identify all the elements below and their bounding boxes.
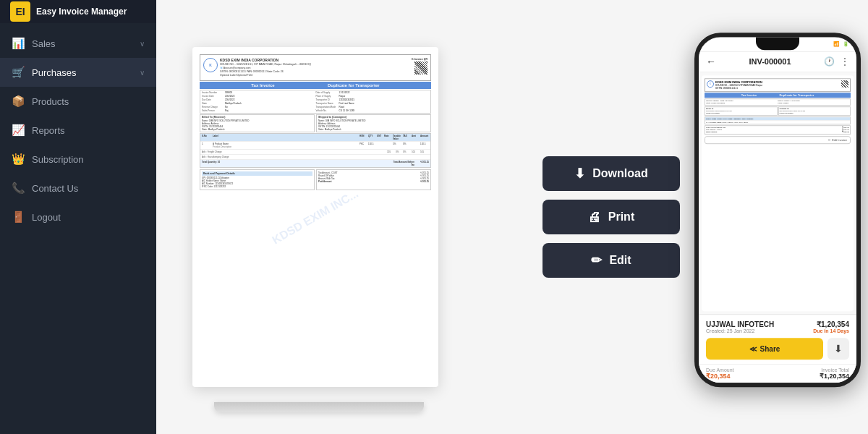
- invoice-watermark: KDSD EXIM INC...: [270, 187, 360, 247]
- laptop-base: [214, 402, 424, 412]
- edit-invoice-button[interactable]: ✏ Edit Invoice: [705, 136, 851, 144]
- download-icon: ⬇: [574, 166, 585, 182]
- phone-invoice-number: INV-000001: [749, 57, 791, 66]
- phone-client-section: UJJWAL INFOTECH ₹1,20,354 Created: 25 Ja…: [699, 314, 856, 364]
- main-content: KDSD EXIM INC... K KDSD EXIM INDIA CORPO…: [156, 0, 868, 434]
- invoice-footer: Bank and Payment Details UPI: 0000001111…: [200, 169, 431, 190]
- sidebar-item-products[interactable]: 📦 Products: [0, 87, 156, 116]
- phone-invoice-preview: K KDSD EXIM INDIA CORPORATION HOUSE NO. …: [702, 75, 854, 311]
- sidebar-item-label: Sales: [32, 38, 132, 49]
- edit-button[interactable]: ✏ Edit: [542, 243, 680, 278]
- product-row: 1 A Product Name Product Description PKC…: [200, 141, 430, 149]
- edit-icon: ✏: [828, 138, 830, 142]
- sidebar-item-purchases[interactable]: 🛒 Purchases ∨: [0, 58, 156, 87]
- freight-row: Adv : Freight Charge 301 0% 0% 501 501: [200, 149, 430, 154]
- sidebar-header: EI Easy Invoice Manager: [0, 0, 156, 23]
- company-logo: K: [203, 58, 218, 72]
- app-title: Easy Invoice Manager: [36, 7, 127, 17]
- phone-product-table: S.No | Label | HSN | QTY | Rate | Taxabl…: [705, 116, 851, 124]
- logout-icon: 🚪: [12, 210, 25, 224]
- invoice-doc-inner: KDSD EXIM INC... K KDSD EXIM INDIA CORPO…: [200, 54, 431, 380]
- bank-payment-box: Bank and Payment Details UPI: 0000001111…: [200, 169, 315, 190]
- contact-icon: 📞: [12, 182, 25, 195]
- edit-icon: ✏: [591, 252, 602, 268]
- sidebar-item-label: Contact Us: [32, 183, 145, 194]
- purchases-icon: 🛒: [12, 66, 25, 79]
- phone-action-row: ≪ Share ⬇: [706, 338, 849, 359]
- product-table-header: S.No Label HSN QTY UNT Rate Taxable Valu…: [200, 134, 430, 141]
- client-name: UJJWAL INFOTECH: [706, 320, 774, 328]
- products-icon: 📦: [12, 95, 25, 108]
- sidebar-item-reports[interactable]: 📈 Reports: [0, 116, 156, 145]
- print-button[interactable]: 🖨 Print: [542, 200, 680, 234]
- action-panel: ⬇ Download 🖨 Print ✏ Edit: [542, 156, 680, 278]
- bill-to-box: Billed To (Receiver) Name: GIM INFO SOLU…: [200, 114, 315, 132]
- sidebar: EI Easy Invoice Manager 📊 Sales ∨ 🛒 Purc…: [0, 0, 156, 434]
- chevron-down-icon: ∨: [140, 69, 145, 77]
- sidebar-item-label: Purchases: [32, 67, 132, 78]
- subscription-icon: 👑: [12, 153, 25, 166]
- sidebar-item-sales[interactable]: 📊 Sales ∨: [0, 29, 156, 58]
- total-row: Total Quantity: 10 Total Amount Before T…: [200, 159, 430, 167]
- invoice-total-value: ₹1,20,354: [820, 373, 849, 380]
- invoice-qr: [414, 61, 427, 75]
- reports-icon: 📈: [12, 124, 25, 137]
- invoice-total-label: Invoice Total: [820, 367, 849, 373]
- sidebar-item-label: Logout: [32, 212, 145, 223]
- history-icon[interactable]: 🕐: [824, 56, 835, 67]
- client-amount: ₹1,20,354: [817, 320, 849, 328]
- phone-invoice-totals: Total Amount Before Tax ₹ 301.15 Tax Amo…: [705, 125, 851, 135]
- invoice-header: K KDSD EXIM INDIA CORPORATION HOUSE NO. …: [200, 54, 431, 81]
- app-logo: EI: [10, 1, 30, 22]
- housekeeping-row: Adv : Housekeeping Charge: [200, 154, 430, 159]
- sidebar-item-contact-us[interactable]: 📞 Contact Us: [0, 174, 156, 203]
- created-date: Created: 25 Jan 2022: [706, 328, 754, 333]
- invoice-bill-section: Billed To (Receiver) Name: GIM INFO SOLU…: [200, 114, 431, 132]
- sidebar-item-label: Reports: [32, 125, 145, 136]
- phone-qr: [841, 80, 848, 88]
- sidebar-item-logout[interactable]: 🚪 Logout: [0, 203, 156, 231]
- phone-back-button[interactable]: ←: [706, 56, 716, 67]
- more-icon[interactable]: ⋮: [841, 56, 849, 67]
- print-icon: 🖨: [588, 210, 601, 225]
- ship-to-box: Shipped to (Consignee) Name: GIM INFO SO…: [316, 114, 431, 132]
- company-info: KDSD EXIM INDIA CORPORATION HOUSE NO. - …: [220, 58, 311, 77]
- phone-invoice-details: Invoice: 999800 Date: 20/4/2022 Date of …: [705, 98, 851, 106]
- phone-company-logo: K: [707, 80, 714, 88]
- phone-nav-bar: ← INV-000001 🕐 ⋮: [699, 51, 856, 72]
- chevron-down-icon: ∨: [140, 40, 145, 48]
- phone-screen: ← INV-000001 🕐 ⋮ K: [699, 51, 856, 383]
- download-button[interactable]: ⬇ Download: [542, 156, 680, 191]
- invoice-title-bar: Tax Invoice Duplicate for Transporter: [200, 82, 431, 89]
- download-icon: ⬇: [834, 343, 843, 354]
- phone-notch: [756, 37, 799, 50]
- phone-invoice-mini: K KDSD EXIM INDIA CORPORATION HOUSE NO. …: [705, 78, 851, 308]
- sidebar-item-label: Products: [32, 96, 145, 107]
- invoice-product-table: S.No Label HSN QTY UNT Rate Taxable Valu…: [200, 133, 431, 168]
- phone-mockup: 📶 🔋 ← INV-000001 🕐 ⋮: [694, 33, 861, 387]
- due-amount-label: Due Amount: [706, 367, 734, 373]
- phone-nav-icons: 🕐 ⋮: [824, 56, 849, 67]
- due-badge: Due in 14 Days: [813, 328, 849, 333]
- phone-invoice-bill: Billed To GIM INFO SOLUTION PVT LTD Madh…: [705, 106, 851, 116]
- due-amount-value: ₹20,354: [706, 373, 734, 380]
- company-name: KDSD EXIM INDIA CORPORATION: [220, 58, 311, 63]
- phone-share-button[interactable]: ≪ Share: [706, 338, 823, 359]
- invoice-details-grid: Invoice Number 999800 Date of Supply 11/…: [200, 90, 431, 114]
- phone-download-button[interactable]: ⬇: [827, 338, 849, 359]
- sidebar-item-subscription[interactable]: 👑 Subscription: [0, 145, 156, 174]
- invoice-totals-box: Tax Amount - CGST ₹ 201.15 Round Off Val…: [316, 169, 431, 190]
- sales-icon: 📊: [12, 37, 25, 50]
- sidebar-item-label: Subscription: [32, 154, 145, 165]
- phone-bottom-row: Due Amount ₹20,354 Invoice Total ₹1,20,3…: [699, 364, 856, 383]
- share-icon: ≪: [749, 345, 757, 353]
- sidebar-nav: 📊 Sales ∨ 🛒 Purchases ∨ 📦 Products 📈 Rep…: [0, 23, 156, 434]
- invoice-preview-container: KDSD EXIM INC... K KDSD EXIM INDIA CORPO…: [156, 0, 868, 434]
- invoice-document: KDSD EXIM INC... K KDSD EXIM INDIA CORPO…: [192, 47, 438, 387]
